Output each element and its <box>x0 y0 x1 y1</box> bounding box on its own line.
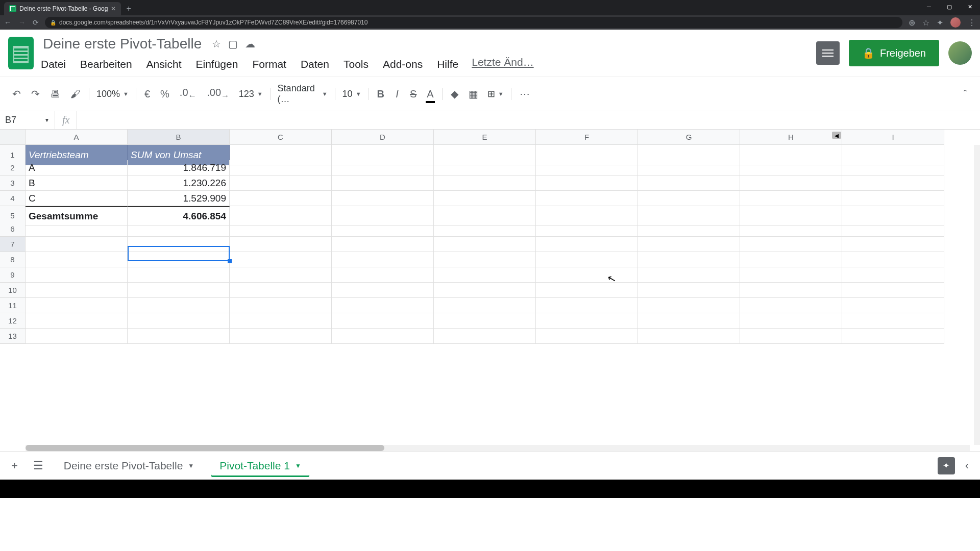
cell[interactable] <box>740 176 842 191</box>
cell[interactable] <box>842 313 944 329</box>
nav-reload-icon[interactable]: ⟳ <box>33 18 39 27</box>
col-header-g[interactable]: G <box>638 130 740 145</box>
name-box[interactable]: B7 ▼ <box>0 111 55 129</box>
col-header-b[interactable]: B <box>128 130 230 145</box>
horizontal-scrollbar[interactable] <box>26 445 970 451</box>
cell[interactable] <box>842 176 944 191</box>
zoom-select[interactable]: 100% ▼ <box>93 87 132 102</box>
explore-button[interactable] <box>938 457 955 474</box>
move-folder-icon[interactable]: ▢ <box>228 38 238 50</box>
row-header[interactable]: 10 <box>0 283 26 298</box>
cell[interactable] <box>638 237 740 252</box>
col-header-h[interactable]: H <box>740 130 842 145</box>
cell-b7[interactable] <box>128 237 230 252</box>
cell[interactable] <box>332 313 434 329</box>
percent-button[interactable]: % <box>156 85 174 103</box>
chrome-menu-icon[interactable]: ⋮ <box>968 18 976 28</box>
cell[interactable] <box>332 298 434 313</box>
browser-tab[interactable]: Deine erste Pivot-Tabelle - Goog ✕ <box>4 2 121 15</box>
currency-button[interactable]: € <box>140 85 154 103</box>
cell[interactable] <box>230 237 332 252</box>
cell[interactable] <box>638 176 740 191</box>
cell[interactable] <box>332 252 434 267</box>
cell[interactable] <box>842 160 944 176</box>
col-header-a[interactable]: A <box>26 130 128 145</box>
font-select[interactable]: Standard (… ▼ <box>275 81 331 107</box>
zoom-icon[interactable]: ⊕ <box>909 18 915 28</box>
col-header-c[interactable]: C <box>230 130 332 145</box>
cell[interactable] <box>434 329 536 344</box>
cell[interactable] <box>434 237 536 252</box>
italic-button[interactable]: I <box>390 85 404 103</box>
cell[interactable] <box>842 191 944 206</box>
cell-b4[interactable]: 1.529.909 <box>128 191 230 206</box>
cell[interactable] <box>230 176 332 191</box>
cell[interactable] <box>26 237 128 252</box>
row-header[interactable]: 3 <box>0 176 26 191</box>
cell[interactable] <box>230 298 332 313</box>
menu-data[interactable]: Daten <box>300 56 330 72</box>
star-icon[interactable]: ☆ <box>212 38 221 50</box>
cell[interactable] <box>638 160 740 176</box>
cell[interactable] <box>26 298 128 313</box>
cell[interactable] <box>434 191 536 206</box>
cell-b3[interactable]: 1.230.226 <box>128 176 230 191</box>
cell[interactable] <box>128 252 230 267</box>
cell[interactable] <box>26 252 128 267</box>
print-button[interactable]: 🖶 <box>46 85 64 103</box>
collapse-toolbar-icon[interactable]: ˆ <box>959 85 972 103</box>
increase-decimals-button[interactable]: .00→ <box>203 84 233 104</box>
cell[interactable] <box>842 283 944 298</box>
add-sheet-button[interactable]: + <box>8 456 21 475</box>
window-minimize[interactable]: ─ <box>919 0 939 13</box>
cell[interactable] <box>740 313 842 329</box>
cell-a3[interactable]: B <box>26 176 128 191</box>
new-tab-button[interactable]: + <box>121 2 136 15</box>
cell[interactable] <box>536 313 638 329</box>
font-size-select[interactable]: 10 ▼ <box>339 87 364 102</box>
profile-avatar[interactable] <box>948 41 972 65</box>
cell[interactable] <box>230 329 332 344</box>
menu-addons[interactable]: Add-ons <box>382 56 424 72</box>
sheet-tab-2[interactable]: Pivot-Tabelle 1 ▼ <box>211 455 309 477</box>
cell[interactable] <box>638 191 740 206</box>
cell[interactable] <box>536 191 638 206</box>
menu-file[interactable]: Datei <box>40 56 67 72</box>
cell[interactable] <box>842 252 944 267</box>
cell[interactable] <box>434 267 536 283</box>
chevron-down-icon[interactable]: ▼ <box>188 462 194 469</box>
cell[interactable] <box>26 329 128 344</box>
row-header[interactable]: 12 <box>0 313 26 329</box>
cell[interactable] <box>740 160 842 176</box>
cell[interactable] <box>434 313 536 329</box>
cell[interactable] <box>332 191 434 206</box>
window-close[interactable]: ✕ <box>960 0 980 13</box>
cell[interactable] <box>128 283 230 298</box>
cell[interactable] <box>536 176 638 191</box>
cell[interactable] <box>638 221 740 237</box>
cell[interactable] <box>332 221 434 237</box>
nav-forward-icon[interactable]: → <box>18 18 26 27</box>
more-tools-button[interactable]: ⋯ <box>516 85 534 103</box>
all-sheets-button[interactable]: ☰ <box>30 456 46 475</box>
cell[interactable] <box>536 329 638 344</box>
row-header[interactable]: 2 <box>0 160 26 176</box>
cell[interactable] <box>842 221 944 237</box>
row-header[interactable]: 7 <box>0 237 26 252</box>
tab-close-icon[interactable]: ✕ <box>111 5 116 12</box>
menu-view[interactable]: Ansicht <box>145 56 183 72</box>
chevron-down-icon[interactable]: ▼ <box>295 462 301 469</box>
cell[interactable] <box>128 298 230 313</box>
share-button[interactable]: 🔒 Freigeben <box>849 40 939 66</box>
cell[interactable] <box>740 283 842 298</box>
number-format-select[interactable]: 123 ▼ <box>236 87 266 102</box>
cell[interactable] <box>332 267 434 283</box>
sheet-tab-1[interactable]: Deine erste Pivot-Tabelle ▼ <box>56 455 202 477</box>
cell[interactable] <box>740 298 842 313</box>
cell[interactable] <box>128 313 230 329</box>
cell[interactable] <box>536 237 638 252</box>
merge-cells-button[interactable]: ⊞ ▼ <box>484 86 507 102</box>
cell[interactable] <box>638 283 740 298</box>
vertical-scrollbar[interactable] <box>974 145 980 445</box>
paint-format-button[interactable]: 🖌 <box>66 85 85 103</box>
